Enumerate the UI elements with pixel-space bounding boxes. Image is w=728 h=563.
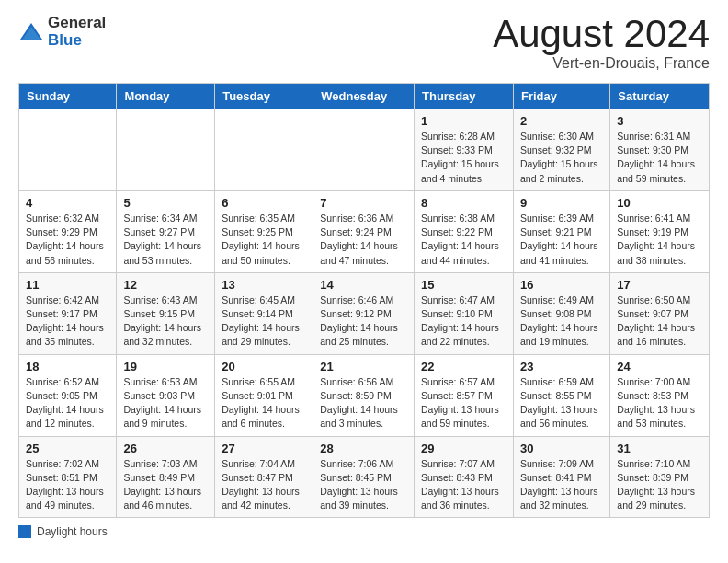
calendar-week-4: 25Sunrise: 7:02 AMSunset: 8:51 PMDayligh… <box>19 436 710 518</box>
day-number: 26 <box>123 442 208 455</box>
day-number: 4 <box>26 196 109 210</box>
day-number: 20 <box>222 360 306 373</box>
calendar-cell: 26Sunrise: 7:03 AMSunset: 8:49 PMDayligh… <box>117 436 215 518</box>
day-number: 29 <box>421 442 506 455</box>
calendar-cell: 23Sunrise: 6:59 AMSunset: 8:55 PMDayligh… <box>513 354 609 436</box>
calendar-cell: 25Sunrise: 7:02 AMSunset: 8:51 PMDayligh… <box>19 436 117 518</box>
calendar-table: Sunday Monday Tuesday Wednesday Thursday… <box>18 83 710 518</box>
day-info: Sunrise: 6:52 AMSunset: 9:05 PMDaylight:… <box>26 375 109 431</box>
location: Vert-en-Drouais, France <box>493 55 710 72</box>
calendar-week-0: 1Sunrise: 6:28 AMSunset: 9:33 PMDaylight… <box>19 109 710 191</box>
calendar-cell: 21Sunrise: 6:56 AMSunset: 8:59 PMDayligh… <box>313 354 415 436</box>
calendar-week-2: 11Sunrise: 6:42 AMSunset: 9:17 PMDayligh… <box>19 272 710 354</box>
day-info: Sunrise: 7:10 AMSunset: 8:39 PMDaylight:… <box>617 457 702 513</box>
day-info: Sunrise: 7:07 AMSunset: 8:43 PMDaylight:… <box>421 457 506 513</box>
day-number: 24 <box>617 360 702 373</box>
day-number: 5 <box>123 196 208 210</box>
calendar-cell: 12Sunrise: 6:43 AMSunset: 9:15 PMDayligh… <box>117 272 215 354</box>
day-number: 9 <box>520 196 603 210</box>
calendar-cell: 2Sunrise: 6:30 AMSunset: 9:32 PMDaylight… <box>513 109 609 191</box>
calendar-cell <box>215 109 313 191</box>
calendar-cell: 29Sunrise: 7:07 AMSunset: 8:43 PMDayligh… <box>415 436 514 518</box>
day-info: Sunrise: 6:59 AMSunset: 8:55 PMDaylight:… <box>520 375 603 431</box>
calendar-cell: 9Sunrise: 6:39 AMSunset: 9:21 PMDaylight… <box>513 190 609 272</box>
col-wednesday: Wednesday <box>313 84 415 109</box>
calendar-cell: 13Sunrise: 6:45 AMSunset: 9:14 PMDayligh… <box>215 272 313 354</box>
calendar-cell: 16Sunrise: 6:49 AMSunset: 9:08 PMDayligh… <box>513 272 609 354</box>
calendar-cell: 10Sunrise: 6:41 AMSunset: 9:19 PMDayligh… <box>610 190 710 272</box>
header: General Blue August 2024 Vert-en-Drouais… <box>18 15 710 72</box>
day-number: 25 <box>26 442 109 455</box>
calendar-cell: 6Sunrise: 6:35 AMSunset: 9:25 PMDaylight… <box>215 190 313 272</box>
day-info: Sunrise: 6:32 AMSunset: 9:29 PMDaylight:… <box>26 212 109 268</box>
day-info: Sunrise: 7:06 AMSunset: 8:45 PMDaylight:… <box>320 457 407 513</box>
day-info: Sunrise: 6:47 AMSunset: 9:10 PMDaylight:… <box>421 293 506 350</box>
day-info: Sunrise: 6:36 AMSunset: 9:24 PMDaylight:… <box>320 212 407 268</box>
day-number: 19 <box>123 360 208 373</box>
calendar-cell: 27Sunrise: 7:04 AMSunset: 8:47 PMDayligh… <box>215 436 313 518</box>
calendar-cell <box>19 109 117 191</box>
day-info: Sunrise: 6:50 AMSunset: 9:07 PMDaylight:… <box>617 293 702 350</box>
day-info: Sunrise: 6:34 AMSunset: 9:27 PMDaylight:… <box>123 212 208 268</box>
day-number: 15 <box>421 278 506 292</box>
header-row: Sunday Monday Tuesday Wednesday Thursday… <box>19 84 710 109</box>
day-number: 7 <box>320 196 407 210</box>
calendar-cell: 4Sunrise: 6:32 AMSunset: 9:29 PMDaylight… <box>19 190 117 272</box>
calendar-week-3: 18Sunrise: 6:52 AMSunset: 9:05 PMDayligh… <box>19 354 710 436</box>
day-info: Sunrise: 7:00 AMSunset: 8:53 PMDaylight:… <box>617 375 702 431</box>
day-number: 23 <box>520 360 603 373</box>
calendar-week-1: 4Sunrise: 6:32 AMSunset: 9:29 PMDaylight… <box>19 190 710 272</box>
day-info: Sunrise: 6:38 AMSunset: 9:22 PMDaylight:… <box>421 212 506 268</box>
calendar-cell: 7Sunrise: 6:36 AMSunset: 9:24 PMDaylight… <box>313 190 415 272</box>
calendar-cell: 31Sunrise: 7:10 AMSunset: 8:39 PMDayligh… <box>610 436 710 518</box>
day-number: 22 <box>421 360 506 373</box>
day-info: Sunrise: 6:57 AMSunset: 8:57 PMDaylight:… <box>421 375 506 431</box>
day-number: 12 <box>123 278 208 292</box>
day-number: 14 <box>320 278 407 292</box>
day-number: 21 <box>320 360 407 373</box>
day-number: 1 <box>421 114 506 128</box>
calendar-cell <box>313 109 415 191</box>
col-monday: Monday <box>117 84 215 109</box>
logo-general-text: General <box>48 15 106 32</box>
calendar-cell: 8Sunrise: 6:38 AMSunset: 9:22 PMDaylight… <box>415 190 514 272</box>
legend: Daylight hours <box>18 525 710 538</box>
calendar-cell: 19Sunrise: 6:53 AMSunset: 9:03 PMDayligh… <box>117 354 215 436</box>
calendar-cell: 1Sunrise: 6:28 AMSunset: 9:33 PMDaylight… <box>415 109 514 191</box>
day-number: 6 <box>222 196 306 210</box>
day-number: 3 <box>617 114 702 128</box>
day-info: Sunrise: 7:03 AMSunset: 8:49 PMDaylight:… <box>123 457 208 513</box>
calendar-cell: 3Sunrise: 6:31 AMSunset: 9:30 PMDaylight… <box>610 109 710 191</box>
logo: General Blue <box>18 15 106 49</box>
day-info: Sunrise: 6:46 AMSunset: 9:12 PMDaylight:… <box>320 293 407 350</box>
calendar-cell: 5Sunrise: 6:34 AMSunset: 9:27 PMDaylight… <box>117 190 215 272</box>
title-block: August 2024 Vert-en-Drouais, France <box>493 15 710 72</box>
day-info: Sunrise: 6:39 AMSunset: 9:21 PMDaylight:… <box>520 212 603 268</box>
day-number: 10 <box>617 196 702 210</box>
calendar-cell <box>117 109 215 191</box>
day-info: Sunrise: 6:28 AMSunset: 9:33 PMDaylight:… <box>421 130 506 186</box>
calendar-cell: 15Sunrise: 6:47 AMSunset: 9:10 PMDayligh… <box>415 272 514 354</box>
calendar-cell: 28Sunrise: 7:06 AMSunset: 8:45 PMDayligh… <box>313 436 415 518</box>
day-number: 17 <box>617 278 702 292</box>
calendar-cell: 17Sunrise: 6:50 AMSunset: 9:07 PMDayligh… <box>610 272 710 354</box>
day-number: 30 <box>520 442 603 455</box>
day-info: Sunrise: 6:49 AMSunset: 9:08 PMDaylight:… <box>520 293 603 350</box>
day-info: Sunrise: 6:43 AMSunset: 9:15 PMDaylight:… <box>123 293 208 350</box>
day-info: Sunrise: 6:56 AMSunset: 8:59 PMDaylight:… <box>320 375 407 431</box>
day-number: 16 <box>520 278 603 292</box>
calendar-cell: 30Sunrise: 7:09 AMSunset: 8:41 PMDayligh… <box>513 436 609 518</box>
day-info: Sunrise: 6:35 AMSunset: 9:25 PMDaylight:… <box>222 212 306 268</box>
calendar-cell: 18Sunrise: 6:52 AMSunset: 9:05 PMDayligh… <box>19 354 117 436</box>
day-info: Sunrise: 6:31 AMSunset: 9:30 PMDaylight:… <box>617 130 702 186</box>
day-info: Sunrise: 7:04 AMSunset: 8:47 PMDaylight:… <box>222 457 306 513</box>
day-info: Sunrise: 6:30 AMSunset: 9:32 PMDaylight:… <box>520 130 603 186</box>
day-number: 31 <box>617 442 702 455</box>
day-number: 11 <box>26 278 109 292</box>
month-year: August 2024 <box>493 15 710 53</box>
col-friday: Friday <box>513 84 609 109</box>
day-info: Sunrise: 6:55 AMSunset: 9:01 PMDaylight:… <box>222 375 306 431</box>
day-info: Sunrise: 6:41 AMSunset: 9:19 PMDaylight:… <box>617 212 702 268</box>
logo-text: General Blue <box>48 15 106 49</box>
col-saturday: Saturday <box>610 84 710 109</box>
